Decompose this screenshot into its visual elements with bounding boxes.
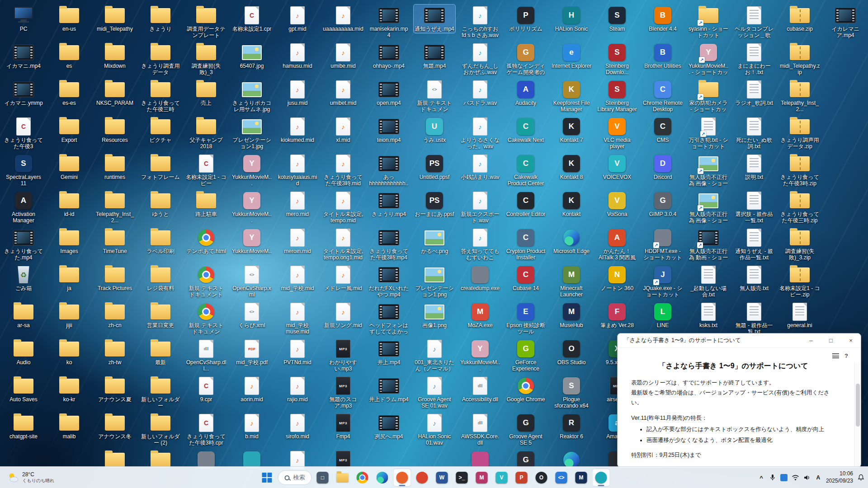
desktop-icon[interactable]: chatgpt-site [3, 412, 44, 441]
desktop-icon[interactable]: ko [48, 338, 90, 366]
desktop-icon[interactable]: VVLC media player [596, 116, 638, 151]
desktop-icon[interactable]: ♪b.mid [231, 412, 273, 441]
task-view-taskbar-button[interactable]: □ [314, 469, 332, 487]
desktop-icon[interactable]: CController Editor [505, 190, 547, 218]
desktop-icon[interactable]: midi_Telepathy.zip [779, 42, 821, 77]
desktop-icon[interactable]: プレゼンテーション1.jpg [231, 116, 273, 151]
desktop-icon[interactable]: ♪きょうり食ってた午後3時.mid [322, 153, 364, 188]
desktop-icon[interactable]: CCrypton Product Installer [505, 227, 547, 262]
desktop-icon[interactable]: 新しいフォルダー [140, 375, 181, 410]
desktop-icon[interactable]: ♪mid_学校 muse.mid [277, 301, 318, 336]
desktop-icon[interactable]: ♪001_東北きりたん（ノーマル）_少しやん... [414, 338, 455, 374]
desktop-icon[interactable]: ♪小銭詰まり.wav [459, 153, 501, 181]
desktop-icon[interactable]: 調査練習(失敗)_3.zip [779, 227, 821, 262]
desktop-icon[interactable]: malib [48, 412, 90, 441]
desktop-icon[interactable]: 新規 テキスト ドキュメント (2).html [185, 264, 227, 300]
desktop-icon[interactable]: ♪HALion Sonic 01.wav [414, 412, 455, 447]
desktop-icon[interactable]: NKSC_PARAM [94, 79, 136, 107]
desktop-icon[interactable]: きょうり食ってた午後三時.zip [779, 190, 821, 225]
desktop-icon[interactable]: teion.mp4 [368, 116, 410, 144]
desktop-icon[interactable]: MP3わかりやすい.mp3 [322, 338, 364, 373]
desktop-icon[interactable]: ♪uaaaaaaaaa.mid [322, 5, 364, 33]
desktop-icon[interactable]: イカマニ.ymmp [3, 79, 44, 107]
desktop-icon[interactable]: es [48, 42, 90, 70]
desktop-icon[interactable]: ラベル印刷 [140, 227, 181, 255]
desktop-icon[interactable]: Cきょうり食ってた午後3時.cpr [185, 412, 227, 447]
desktop-icon[interactable]: general.ini [779, 301, 821, 329]
desktop-icon[interactable]: きょうり [140, 5, 181, 33]
desktop-icon[interactable]: だれだFXいれたやつ.mp4 [368, 264, 410, 299]
desktop-icon[interactable]: Cきょうり食ってた午後3時-01.cpr [3, 116, 44, 151]
desktop-icon[interactable]: 無題 - 親作品一覧.txt [733, 301, 775, 336]
desktop-icon[interactable]: midi_Telepathy [94, 5, 136, 33]
desktop-icon[interactable]: 通知うぜえ.mp4 [414, 5, 455, 33]
desktop-icon[interactable]: アナウンス冬 [94, 412, 136, 441]
desktop-icon[interactable]: SPlogue sforzando x64 [551, 375, 592, 410]
desktop-icon[interactable]: CCubase 14 [505, 264, 547, 292]
desktop-icon[interactable]: VVOICEVOX [596, 153, 638, 181]
desktop-icon[interactable]: PSおーまにあ.ppsf [414, 190, 455, 218]
desktop-icon[interactable]: PSUntitled.ppsf [414, 153, 455, 181]
desktop-icon[interactable]: runtimes [94, 153, 136, 181]
mic-icon[interactable] [769, 471, 776, 484]
desktop-icon[interactable]: CCMS [642, 116, 684, 144]
desktop-icon[interactable]: 調査練習(失敗)_3 [185, 42, 227, 77]
search-taskbar-button[interactable]: 検索 [278, 469, 312, 487]
desktop-icon[interactable]: TimeTune [94, 227, 136, 255]
desktop-icon[interactable]: ピクチャ [140, 116, 181, 144]
desktop-icon[interactable]: プレゼンテーション1.png [414, 264, 455, 299]
desktop-icon[interactable]: jijii [48, 301, 90, 329]
desktop-icon[interactable]: 新規 テキスト ドキュメント.html [185, 301, 227, 337]
desktop-icon[interactable]: 売上 [185, 79, 227, 107]
desktop-icon[interactable]: AAudacity [505, 79, 547, 107]
desktop-icon[interactable]: LLINE [642, 301, 684, 329]
desktop-icon[interactable]: 無題.mp4 [414, 42, 455, 70]
ime-indicator[interactable]: A [815, 471, 822, 484]
desktop-icon[interactable]: en-us [48, 5, 90, 33]
desktop-icon[interactable]: あっhhhhhhhhhhhh... [368, 153, 410, 188]
desktop-icon[interactable]: 名称未設定1 - コピー.zip [779, 264, 821, 299]
desktop-icon[interactable]: まにまにわーお！.txt [733, 42, 775, 77]
desktop-icon[interactable]: G孤独なインディゲーム開発者の一生... [505, 42, 547, 77]
desktop-icon[interactable]: きょうり.mp4 [368, 190, 410, 218]
edge-taskbar-button[interactable] [373, 469, 392, 487]
desktop-icon[interactable]: CCakewalk Next [505, 116, 547, 144]
desktop-icon[interactable]: KKontakt 8 [551, 153, 592, 181]
desktop-icon[interactable]: ♪gpt.mid [277, 5, 318, 33]
desktop-icon[interactable]: 説明.txt [733, 153, 775, 181]
dialog-scrollbar-thumb[interactable] [856, 384, 860, 427]
desktop-icon[interactable]: ♪新規ソング.mid [322, 301, 364, 329]
dialog-titlebar[interactable]: 「さよなら手書き 1〜9」のサポートについて – □ × [618, 333, 861, 348]
desktop-icon[interactable]: 無人販売.txt [733, 264, 775, 292]
desktop-icon[interactable]: ♪mid_学校.mid [277, 264, 318, 292]
desktop-icon[interactable]: きょうり食ってた.mp4 [3, 227, 44, 262]
desktop-icon[interactable]: dllAccessibility.dll [459, 375, 501, 404]
desktop-icon[interactable]: Pポリリリズム [505, 5, 547, 33]
desktop-icon[interactable]: ♪Groove Agent SE 01.wav [414, 375, 455, 410]
desktop-icon[interactable]: YYukkuriMovieM... [231, 227, 273, 262]
desktop-icon[interactable]: ♪hamusu.mid [277, 42, 318, 70]
desktop-icon[interactable]: 65407.jpg [231, 42, 273, 70]
desktop-icon[interactable]: ar-sa [3, 301, 44, 329]
desktop-icon[interactable]: VVoiSona [596, 190, 638, 218]
desktop-icon[interactable]: きょうり調声用データ.zip [779, 116, 821, 151]
desktop-icon[interactable]: BBrother Utilities [642, 42, 684, 70]
desktop-icon[interactable]: 路上駐車 [185, 190, 227, 218]
hidden-icons-chevron[interactable]: ^ [758, 471, 765, 484]
obs-studio-taskbar-button[interactable]: O [533, 469, 551, 487]
desktop-icon[interactable]: Audio [3, 338, 44, 366]
desktop-icon[interactable]: Telepathy_Inst_2... [94, 190, 136, 225]
desktop-icon[interactable]: <>OpenCvSharp.xml [231, 264, 273, 299]
desktop-icon[interactable]: ♪タイトル未設定, tempo.mid [322, 190, 364, 225]
desktop-icon[interactable]: アナウンス夏 [94, 375, 136, 404]
maximize-button[interactable]: □ [821, 333, 841, 347]
desktop-icon[interactable]: ↗万引き犯.txt - ショートカット [688, 116, 729, 151]
weather-widget[interactable]: 28°C くもりのち晴れ [3, 469, 59, 487]
desktop-icon[interactable]: Images [48, 227, 90, 255]
desktop-icon[interactable]: Gemini [48, 153, 90, 181]
desktop-icon[interactable]: YYukkuriMovieM... [231, 190, 273, 225]
desktop-icon[interactable]: ヘルタコンプレッション＿歌詞.txt [733, 5, 775, 40]
desktop-icon[interactable]: GGeForce Experience [505, 338, 547, 373]
desktop-icon[interactable]: open.mp4 [368, 79, 410, 107]
desktop-icon[interactable]: KKeepforest File Manager [551, 79, 592, 114]
